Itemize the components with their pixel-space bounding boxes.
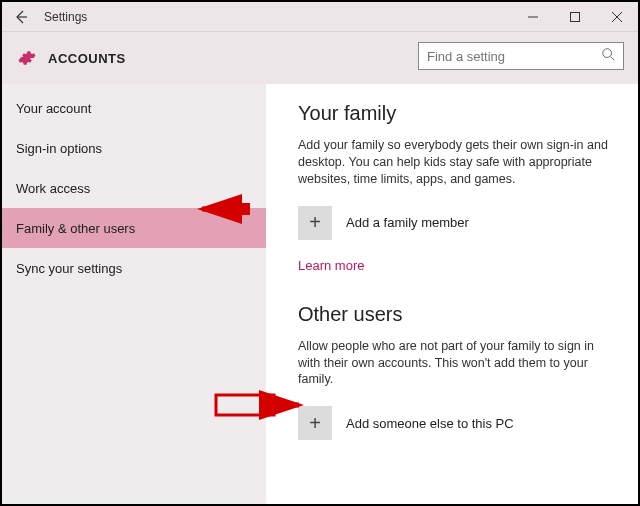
- sidebar-item-label: Family & other users: [16, 221, 135, 236]
- sidebar-item-label: Work access: [16, 181, 90, 196]
- family-section: Your family Add your family so everybody…: [298, 102, 616, 273]
- svg-rect-1: [571, 13, 580, 22]
- body: Your account Sign-in options Work access…: [2, 84, 638, 504]
- maximize-icon: [570, 12, 580, 22]
- sidebar-item-label: Sign-in options: [16, 141, 102, 156]
- sidebar-item-family-other-users[interactable]: Family & other users: [2, 208, 266, 248]
- maximize-button[interactable]: [554, 2, 596, 32]
- arrow-left-icon: [13, 9, 29, 25]
- svg-point-4: [603, 49, 612, 58]
- search-icon: [601, 47, 615, 65]
- plus-icon: +: [298, 406, 332, 440]
- search-input[interactable]: [427, 49, 601, 64]
- section-header: ACCOUNTS: [2, 32, 638, 84]
- close-button[interactable]: [596, 2, 638, 32]
- add-family-label: Add a family member: [346, 215, 469, 230]
- window-title: Settings: [40, 10, 87, 24]
- minimize-button[interactable]: [512, 2, 554, 32]
- back-button[interactable]: [2, 2, 40, 32]
- svg-line-5: [611, 57, 615, 61]
- titlebar: Settings: [2, 2, 638, 32]
- plus-icon: +: [298, 206, 332, 240]
- search-box[interactable]: [418, 42, 624, 70]
- sidebar-item-signin-options[interactable]: Sign-in options: [2, 128, 266, 168]
- sidebar: Your account Sign-in options Work access…: [2, 84, 266, 504]
- close-icon: [612, 12, 622, 22]
- other-users-heading: Other users: [298, 303, 616, 326]
- sidebar-item-your-account[interactable]: Your account: [2, 88, 266, 128]
- minimize-icon: [528, 12, 538, 22]
- sidebar-item-label: Sync your settings: [16, 261, 122, 276]
- sidebar-item-label: Your account: [16, 101, 91, 116]
- family-heading: Your family: [298, 102, 616, 125]
- section-title: ACCOUNTS: [48, 51, 126, 66]
- family-description: Add your family so everybody gets their …: [298, 137, 616, 188]
- other-users-description: Allow people who are not part of your fa…: [298, 338, 616, 389]
- add-other-user-button[interactable]: + Add someone else to this PC: [298, 406, 616, 440]
- sidebar-item-sync-settings[interactable]: Sync your settings: [2, 248, 266, 288]
- gear-icon: [18, 49, 36, 67]
- add-family-member-button[interactable]: + Add a family member: [298, 206, 616, 240]
- add-other-label: Add someone else to this PC: [346, 416, 514, 431]
- window-controls: [512, 2, 638, 32]
- settings-window: Settings ACCOUNTS Your accou: [0, 0, 640, 506]
- other-users-section: Other users Allow people who are not par…: [298, 303, 616, 441]
- sidebar-item-work-access[interactable]: Work access: [2, 168, 266, 208]
- content: Your family Add your family so everybody…: [266, 84, 638, 504]
- learn-more-link[interactable]: Learn more: [298, 258, 616, 273]
